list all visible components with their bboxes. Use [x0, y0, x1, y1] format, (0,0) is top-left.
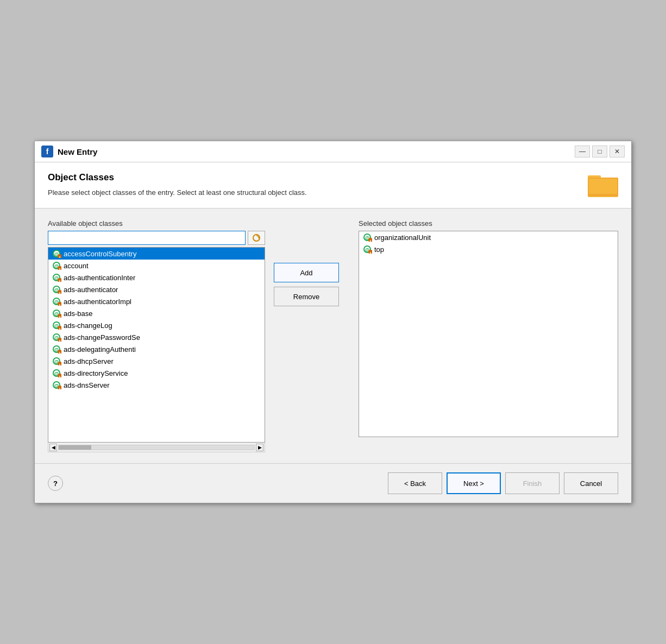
- object-class-icon: @a: [363, 245, 372, 254]
- middle-panel: Add Remove: [274, 219, 350, 306]
- svg-text:s: s: [59, 303, 61, 306]
- next-button[interactable]: Next >: [447, 472, 501, 494]
- title-bar: f New Entry — □ ✕: [35, 141, 631, 162]
- list-item-label: ads-dnsServer: [64, 381, 110, 389]
- list-item[interactable]: @sorganizationalUnit: [359, 231, 618, 243]
- list-item[interactable]: @atop: [359, 243, 618, 255]
- object-class-icon: @a: [53, 309, 61, 318]
- list-item-label: ads-authenticator: [64, 286, 118, 294]
- close-button[interactable]: ✕: [610, 146, 625, 157]
- svg-text:a: a: [59, 291, 61, 294]
- object-class-icon: @s: [53, 357, 61, 365]
- selected-label: Selected object classes: [359, 219, 618, 228]
- footer-left: ?: [48, 476, 63, 491]
- object-class-icon: @s: [53, 249, 61, 258]
- list-item[interactable]: @aads-authenticator: [48, 283, 265, 295]
- list-item-label: ads-directoryService: [64, 369, 128, 377]
- available-list[interactable]: @saccessControlSubentry@aaccount@sads-au…: [48, 247, 265, 443]
- list-item-label: ads-dhcpServer: [64, 357, 114, 365]
- object-class-icon: @s: [53, 333, 61, 342]
- object-class-icon: @s: [363, 233, 372, 242]
- search-row: [48, 231, 265, 245]
- maximize-button[interactable]: □: [592, 146, 607, 157]
- object-class-icon: @s: [53, 273, 61, 282]
- svg-text:a: a: [370, 251, 372, 254]
- list-item-label: organizationalUnit: [374, 233, 431, 242]
- scroll-left[interactable]: ◀: [49, 444, 57, 451]
- left-panel: Available object classes @saccessControl…: [48, 219, 265, 452]
- svg-text:s: s: [59, 363, 61, 365]
- page-description: Please select object classes of the entr…: [48, 187, 307, 198]
- object-class-icon: @s: [53, 381, 61, 389]
- window-controls: — □ ✕: [575, 146, 625, 157]
- object-class-icon: @s: [53, 369, 61, 377]
- list-item-label: ads-base: [64, 310, 92, 318]
- list-item[interactable]: @sads-changePasswordSe: [48, 331, 265, 343]
- horizontal-scrollbar[interactable]: ◀ ▶: [48, 443, 265, 452]
- list-item-label: account: [64, 262, 89, 270]
- list-item[interactable]: @saccessControlSubentry: [48, 248, 265, 260]
- remove-button[interactable]: Remove: [274, 287, 339, 306]
- selected-list[interactable]: @sorganizationalUnit@atop: [359, 231, 618, 437]
- header-text: Object Classes Please select object clas…: [48, 172, 307, 198]
- add-button[interactable]: Add: [274, 263, 339, 282]
- list-item[interactable]: @aads-base: [48, 307, 265, 319]
- refresh-icon: [252, 233, 261, 242]
- list-item-label: top: [374, 245, 384, 254]
- right-panel: Selected object classes @sorganizational…: [359, 219, 618, 437]
- object-class-icon: @s: [53, 345, 61, 353]
- footer-area: ? < Back Next > Finish Cancel: [35, 463, 631, 503]
- folder-icon: [588, 172, 618, 198]
- svg-text:s: s: [59, 327, 61, 330]
- svg-text:s: s: [59, 279, 61, 282]
- svg-text:s: s: [59, 351, 61, 353]
- list-item[interactable]: @sads-delegatingAuthenti: [48, 343, 265, 355]
- scroll-right[interactable]: ▶: [256, 444, 263, 451]
- svg-text:s: s: [59, 339, 61, 342]
- title-bar-left: f New Entry: [41, 146, 97, 157]
- main-window: f New Entry — □ ✕ Object Classes Please …: [34, 141, 632, 503]
- svg-text:s: s: [59, 387, 61, 389]
- svg-text:a: a: [59, 267, 61, 270]
- list-item-label: ads-authenticationInter: [64, 274, 135, 282]
- header-area: Object Classes Please select object clas…: [35, 162, 631, 209]
- list-item-label: ads-changePasswordSe: [64, 333, 140, 342]
- list-item-label: ads-authenticatorImpl: [64, 298, 131, 306]
- list-item[interactable]: @sads-authenticationInter: [48, 272, 265, 283]
- list-item[interactable]: @sads-directoryService: [48, 367, 265, 379]
- scroll-track[interactable]: [58, 445, 255, 450]
- list-item-label: accessControlSubentry: [64, 250, 136, 258]
- finish-button[interactable]: Finish: [505, 472, 560, 494]
- minimize-button[interactable]: —: [575, 146, 590, 157]
- footer-buttons: < Back Next > Finish Cancel: [388, 472, 618, 494]
- list-item-label: ads-delegatingAuthenti: [64, 345, 136, 353]
- object-class-icon: @a: [53, 261, 61, 270]
- svg-text:a: a: [59, 315, 61, 318]
- svg-text:s: s: [59, 375, 61, 377]
- search-button[interactable]: [248, 231, 265, 245]
- list-item[interactable]: @sads-changeLog: [48, 319, 265, 331]
- back-button[interactable]: < Back: [388, 472, 442, 494]
- content-area: Available object classes @saccessControl…: [35, 209, 631, 463]
- scroll-thumb: [59, 445, 91, 450]
- search-input[interactable]: [48, 231, 246, 245]
- list-item[interactable]: @sads-authenticatorImpl: [48, 295, 265, 307]
- svg-text:s: s: [370, 239, 372, 242]
- window-title: New Entry: [58, 147, 97, 156]
- list-item[interactable]: @sads-dnsServer: [48, 379, 265, 391]
- svg-text:f: f: [46, 147, 49, 156]
- svg-rect-6: [589, 179, 617, 194]
- list-item[interactable]: @aaccount: [48, 260, 265, 272]
- app-icon: f: [41, 146, 53, 157]
- panels-row: Available object classes @saccessControl…: [48, 219, 618, 452]
- list-item-label: ads-changeLog: [64, 321, 112, 330]
- help-button[interactable]: ?: [48, 476, 63, 491]
- page-title: Object Classes: [48, 172, 307, 183]
- object-class-icon: @a: [53, 285, 61, 294]
- object-class-icon: @s: [53, 321, 61, 330]
- cancel-button[interactable]: Cancel: [564, 472, 618, 494]
- object-class-icon: @s: [53, 297, 61, 306]
- svg-text:s: s: [59, 255, 61, 258]
- available-label: Available object classes: [48, 219, 265, 228]
- list-item[interactable]: @sads-dhcpServer: [48, 355, 265, 367]
